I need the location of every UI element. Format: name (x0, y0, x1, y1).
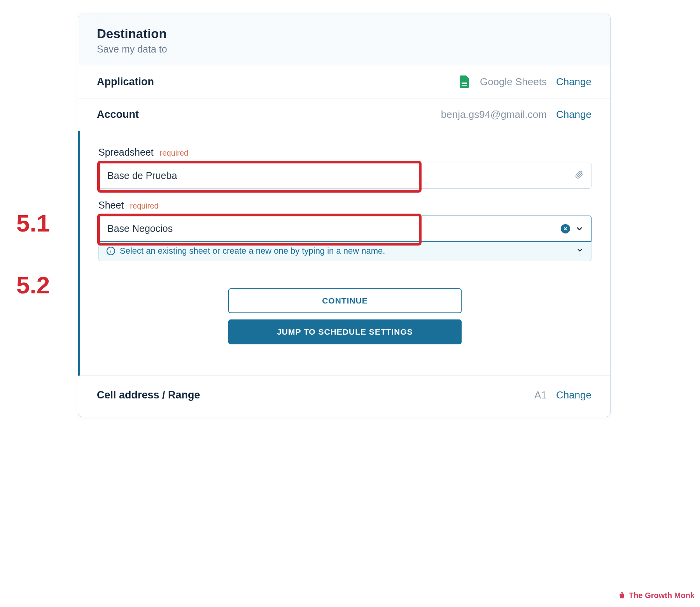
watermark: The Growth Monk (618, 591, 695, 600)
destination-panel: Destination Save my data to Application … (78, 14, 611, 417)
account-label: Account (97, 109, 139, 121)
bag-icon (618, 591, 626, 600)
spreadsheet-required-tag: required (160, 149, 188, 158)
chevron-down-icon[interactable] (576, 225, 583, 233)
continue-button[interactable]: CONTINUE (228, 288, 462, 313)
panel-subtitle: Save my data to (97, 44, 592, 55)
form-body: Spreadsheet required Sheet required (78, 131, 610, 376)
hint-chevron-down-icon[interactable] (576, 247, 583, 255)
spreadsheet-field: Spreadsheet required (98, 147, 592, 189)
annotation-step-5-1: 5.1 (16, 211, 50, 235)
panel-title: Destination (97, 26, 592, 41)
google-sheets-icon (460, 75, 469, 88)
account-row: Account benja.gs94@gmail.com Change (78, 98, 610, 131)
info-icon: i (107, 247, 115, 255)
cell-range-change-link[interactable]: Change (556, 389, 592, 401)
panel-header: Destination Save my data to (78, 14, 610, 65)
cell-range-label: Cell address / Range (97, 389, 200, 401)
account-change-link[interactable]: Change (556, 109, 592, 121)
annotation-step-5-2: 5.2 (16, 273, 50, 297)
spreadsheet-input-wrap[interactable] (98, 163, 592, 189)
sheet-input-wrap[interactable] (98, 216, 592, 242)
application-value: Google Sheets (480, 76, 547, 88)
application-change-link[interactable]: Change (556, 76, 592, 88)
application-label: Application (97, 76, 154, 88)
sheet-hint-bar: i Select an existing sheet or create a n… (98, 241, 592, 261)
attachment-icon[interactable] (575, 170, 583, 181)
sheet-required-tag: required (130, 202, 158, 211)
button-column: CONTINUE JUMP TO SCHEDULE SETTINGS (98, 288, 592, 344)
sheet-input[interactable] (99, 216, 561, 241)
sheet-hint-text: Select an existing sheet or create a new… (120, 246, 385, 256)
sheet-label: Sheet (98, 200, 124, 211)
sheet-field: Sheet required i Select an ex (98, 200, 592, 261)
cell-range-row: Cell address / Range A1 Change (78, 376, 610, 417)
spreadsheet-label: Spreadsheet (98, 147, 154, 158)
application-row: Application Google Sheets Change (78, 65, 610, 98)
cell-range-value: A1 (534, 389, 547, 401)
watermark-text: The Growth Monk (629, 591, 695, 600)
account-value: benja.gs94@gmail.com (441, 109, 547, 121)
jump-to-schedule-button[interactable]: JUMP TO SCHEDULE SETTINGS (228, 319, 462, 344)
clear-icon[interactable] (561, 224, 570, 233)
spreadsheet-input[interactable] (99, 163, 575, 188)
